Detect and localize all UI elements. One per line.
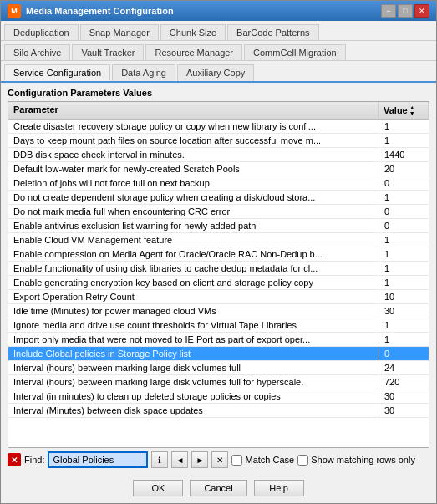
title-controls: − □ ✕: [381, 4, 429, 18]
find-label: Find:: [24, 455, 44, 465]
table-scroll-area[interactable]: Create disaster recovery storage policy …: [8, 120, 429, 447]
td-param: Interval (hours) between marking large d…: [8, 361, 379, 374]
td-value: 1: [379, 262, 429, 275]
show-matching-checkbox[interactable]: [297, 455, 308, 466]
table-row[interactable]: DDB disk space check interval in minutes…: [8, 148, 429, 162]
td-param: Do not mark media full when encountering…: [8, 205, 379, 218]
td-value: 10: [379, 290, 429, 303]
title-bar-left: M Media Management Configuration: [8, 4, 174, 18]
header-value: Value: [379, 102, 429, 119]
td-param: Interval (hours) between marking large d…: [8, 375, 379, 389]
table-row[interactable]: Interval (hours) between marking large d…: [8, 375, 429, 389]
td-value: 1440: [379, 148, 429, 161]
bottom-bar: OK Cancel Help: [1, 475, 436, 503]
table-row[interactable]: Enable antivirus exclusion list warning …: [8, 219, 429, 233]
table-row[interactable]: Import only media that were not moved to…: [8, 333, 429, 347]
cancel-button[interactable]: Cancel: [190, 480, 246, 496]
close-button[interactable]: ✕: [414, 4, 429, 18]
maximize-button[interactable]: □: [398, 4, 413, 18]
sort-up-icon: [409, 104, 415, 110]
help-button[interactable]: Help: [254, 480, 304, 496]
header-parameter: Parameter: [8, 102, 379, 119]
td-param: Include Global policies in Storage Polic…: [8, 347, 379, 360]
show-matching-label: Show matching rows only: [311, 455, 415, 465]
td-param: Enable compression on Media Agent for Or…: [8, 247, 379, 261]
td-value: 1: [379, 233, 429, 247]
tab-deduplication[interactable]: Deduplication: [4, 24, 79, 40]
tab-auxiliary-copy[interactable]: Auxiliary Copy: [177, 64, 254, 81]
td-param: Import only media that were not moved to…: [8, 333, 379, 346]
table-row[interactable]: Enable Cloud VM Management feature 1: [8, 233, 429, 247]
td-param: Enable Cloud VM Management feature: [8, 233, 379, 247]
tab-chunk-size[interactable]: Chunk Size: [160, 24, 226, 40]
find-prev-button[interactable]: ◄: [171, 451, 188, 468]
tab-resource-manager[interactable]: Resource Manager: [145, 44, 242, 60]
table-row[interactable]: Do not mark media full when encountering…: [8, 205, 429, 219]
td-value: 24: [379, 361, 429, 374]
table-row[interactable]: Include Global policies in Storage Polic…: [8, 347, 429, 361]
td-value: 30: [379, 404, 429, 417]
sort-down-icon: [409, 110, 415, 116]
table-row[interactable]: Enable compression on Media Agent for Or…: [8, 247, 429, 262]
table-row[interactable]: Days to keep mount path files on source …: [8, 134, 429, 148]
window-title: Media Management Configuration: [26, 6, 174, 16]
td-value: 1: [379, 247, 429, 261]
sort-arrows: [409, 104, 415, 116]
match-case-checkbox[interactable]: [231, 455, 242, 466]
td-value: 1: [379, 191, 429, 204]
find-next-button[interactable]: ►: [191, 451, 208, 468]
td-value: 30: [379, 389, 429, 403]
table-row[interactable]: Enable functionality of using disk libra…: [8, 262, 429, 276]
tab-service-configuration[interactable]: Service Configuration: [4, 64, 110, 81]
table-row[interactable]: Ignore media and drive use count thresho…: [8, 318, 429, 333]
table-header: Parameter Value: [8, 102, 429, 120]
table-row[interactable]: Interval (hours) between marking large d…: [8, 361, 429, 375]
td-value: 0: [379, 347, 429, 360]
td-value: 0: [379, 205, 429, 218]
tab-row-1: Deduplication Snap Manager Chunk Size Ba…: [1, 21, 436, 41]
table-row[interactable]: Interval (in minutes) to clean up delete…: [8, 389, 429, 404]
find-info-button[interactable]: ℹ: [151, 451, 168, 468]
table-row[interactable]: Default low-water mark for newly-created…: [8, 162, 429, 176]
td-param: Enable functionality of using disk libra…: [8, 262, 379, 275]
table-row[interactable]: Interval (Minutes) between disk space up…: [8, 404, 429, 418]
tab-silo-archive[interactable]: Silo Archive: [4, 44, 70, 60]
td-param: Interval (Minutes) between disk space up…: [8, 404, 379, 417]
match-case-label: Match Case: [245, 455, 294, 465]
table-row[interactable]: Deletion of jobs will not force full on …: [8, 176, 429, 191]
table-row[interactable]: Do not create dependent storage policy w…: [8, 191, 429, 205]
main-content: Configuration Parameters Values Paramete…: [1, 83, 436, 475]
td-value: 1: [379, 333, 429, 346]
td-param: Enable antivirus exclusion list warning …: [8, 219, 379, 232]
ok-button[interactable]: OK: [133, 480, 183, 496]
find-input[interactable]: [48, 451, 148, 468]
td-param: Default low-water mark for newly-created…: [8, 162, 379, 176]
table-row[interactable]: Create disaster recovery storage policy …: [8, 120, 429, 134]
tab-data-aging[interactable]: Data Aging: [112, 64, 175, 81]
td-param: Create disaster recovery storage policy …: [8, 120, 379, 133]
parameters-table: Parameter Value Create disaster recovery…: [8, 101, 429, 448]
td-param: Interval (in minutes) to clean up delete…: [8, 389, 379, 403]
tab-vault-tracker[interactable]: Vault Tracker: [72, 44, 144, 60]
td-value: 1: [379, 318, 429, 332]
td-value: 1: [379, 276, 429, 289]
tab-barcode-patterns[interactable]: BarCode Patterns: [227, 24, 318, 40]
minimize-button[interactable]: −: [381, 4, 396, 18]
find-error-icon[interactable]: ✕: [8, 453, 21, 466]
find-clear-button[interactable]: ✕: [211, 451, 228, 468]
td-param: Enable generating encryption key based o…: [8, 276, 379, 289]
title-bar: M Media Management Configuration − □ ✕: [1, 1, 436, 21]
table-row[interactable]: Export Operation Retry Count 10: [8, 290, 429, 304]
table-row[interactable]: Idle time (Minutes) for power managed cl…: [8, 304, 429, 318]
tab-snap-manager[interactable]: Snap Manager: [80, 24, 159, 40]
table-row[interactable]: Enable generating encryption key based o…: [8, 276, 429, 290]
td-param: Idle time (Minutes) for power managed cl…: [8, 304, 379, 318]
find-bar: ✕ Find: ℹ ◄ ► ✕ Match Case Show matching…: [8, 448, 429, 470]
match-case-group: Match Case: [231, 455, 294, 466]
tab-row-2: Silo Archive Vault Tracker Resource Mana…: [1, 41, 436, 61]
tab-commcell-migration[interactable]: CommCell Migration: [244, 44, 346, 60]
td-param: Do not create dependent storage policy w…: [8, 191, 379, 204]
td-value: 720: [379, 375, 429, 389]
td-value: 30: [379, 304, 429, 318]
td-value: 1: [379, 134, 429, 147]
